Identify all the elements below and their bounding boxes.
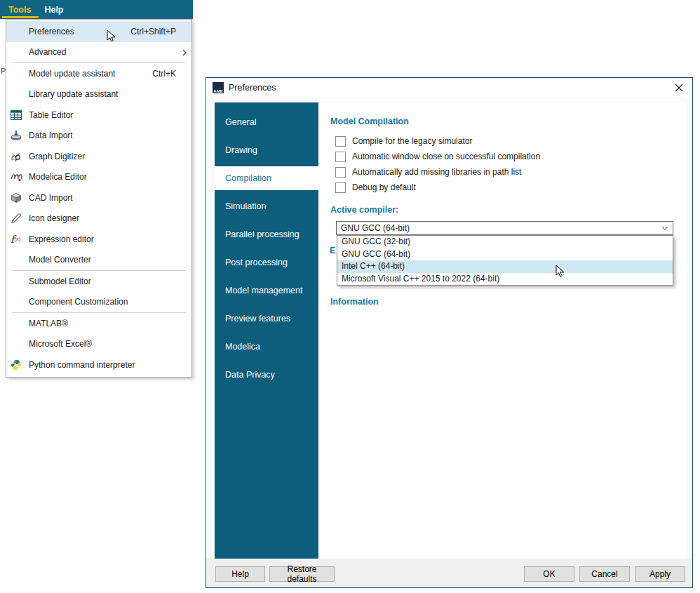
menu-item-python-command-interpreter[interactable]: Python command interpreter: [6, 354, 191, 375]
model-compilation-heading: Model Compilation: [330, 116, 409, 126]
sidebar-item-compilation[interactable]: Compilation: [215, 166, 318, 190]
menu-item-microsoft-excel[interactable]: Microsoft Excel®: [6, 334, 191, 355]
python-icon: [11, 359, 29, 371]
data-import-icon: [11, 130, 29, 141]
menu-item-cad-import[interactable]: CAD Import: [6, 187, 191, 208]
checkbox-label: Automatically add missing libraries in p…: [352, 167, 521, 177]
menu-item-advanced[interactable]: Advanced: [6, 42, 191, 63]
sidebar-item-parallel-processing[interactable]: Parallel processing: [215, 220, 318, 248]
combobox-value: GNU GCC (64-bit): [341, 223, 410, 233]
menu-item-icon-designer[interactable]: Icon designer: [6, 208, 191, 229]
sidebar-item-data-privacy[interactable]: Data Privacy: [215, 361, 318, 389]
dialog-title: Preferences: [229, 83, 276, 93]
compiler-option-gnu-gcc-32[interactable]: GNU GCC (32-bit): [337, 236, 673, 248]
menu-item-model-update-assistant[interactable]: Model update assistant Ctrl+K: [6, 63, 191, 84]
debug-default-checkbox[interactable]: [335, 182, 346, 193]
menu-item-matlab[interactable]: MATLAB®: [6, 313, 191, 334]
menu-item-modelica-editor[interactable]: Modelica Editor: [6, 167, 191, 188]
sidebar-item-drawing[interactable]: Drawing: [215, 136, 318, 164]
pencil-icon: [11, 213, 29, 224]
sidebar-item-preview-features[interactable]: Preview features: [215, 305, 318, 333]
tools-dropdown-menu: Preferences Ctrl+Shift+P Advanced Model …: [6, 19, 192, 378]
sidebar-item-modelica[interactable]: Modelica: [215, 333, 318, 361]
amesim-app-icon: AME: [213, 82, 224, 93]
help-button[interactable]: Help: [215, 566, 265, 582]
active-compiler-combobox[interactable]: GNU GCC (64-bit): [336, 221, 673, 235]
compiler-dropdown-list: GNU GCC (32-bit) GNU GCC (64-bit) Intel …: [337, 235, 673, 286]
menu-item-library-update-assistant[interactable]: Library update assistant: [6, 84, 191, 105]
checkbox-label: Debug by default: [352, 182, 416, 192]
close-icon[interactable]: [668, 79, 689, 95]
checkbox-row-debug-default: Debug by default: [335, 180, 416, 194]
tools-active-underline: [2, 16, 39, 18]
restore-defaults-button[interactable]: Restore defaults: [269, 566, 335, 582]
menu-item-preferences[interactable]: Preferences Ctrl+Shift+P: [6, 21, 191, 42]
preferences-sidebar: General Drawing Compilation Simulation P…: [215, 102, 318, 559]
mouse-cursor-arrow: [107, 29, 116, 43]
compiler-option-intel-cpp-64[interactable]: Intel C++ (64-bit): [337, 260, 673, 273]
compiler-option-msvc-2015-2022[interactable]: Microsoft Visual C++ 2015 to 2022 (64-bi…: [337, 273, 673, 286]
menu-item-data-import[interactable]: Data Import: [6, 126, 191, 147]
compilation-panel: Model Compilation Compile for the legacy…: [318, 102, 686, 559]
menu-bar: Tools Help: [0, 0, 193, 19]
graph-digitizer-icon: [11, 151, 29, 162]
modelica-icon: [11, 173, 29, 182]
checkbox-label: Compile for the legacy simulator: [352, 136, 472, 146]
ok-button[interactable]: OK: [524, 566, 574, 582]
submenu-arrow-icon: [182, 49, 187, 56]
screen: P Tools Help Preferences Ctrl+Shift+P Ad…: [0, 0, 700, 593]
menu-item-table-editor[interactable]: Table Editor: [6, 105, 191, 126]
fx-icon: f(x): [11, 234, 29, 245]
sidebar-item-simulation[interactable]: Simulation: [215, 192, 318, 220]
checkbox-label: Automatic window close on successful com…: [352, 152, 540, 161]
add-missing-libraries-checkbox[interactable]: [335, 167, 346, 178]
sidebar-item-general[interactable]: General: [215, 108, 318, 136]
table-icon: [11, 110, 29, 120]
dialog-titlebar[interactable]: AME Preferences: [206, 78, 692, 98]
menu-item-expression-editor[interactable]: f(x) Expression editor: [6, 229, 191, 250]
sidebar-item-post-processing[interactable]: Post processing: [215, 248, 318, 276]
menu-item-graph-digitizer[interactable]: Graph Digitizer: [6, 146, 191, 167]
checkbox-row-legacy-simulator: Compile for the legacy simulator: [335, 134, 472, 148]
chevron-down-icon: [661, 226, 668, 230]
cancel-button[interactable]: Cancel: [579, 566, 630, 582]
information-heading: Information: [330, 297, 379, 307]
mouse-cursor-arrow: [556, 265, 565, 278]
auto-close-checkbox[interactable]: [335, 152, 346, 162]
occluded-heading-fragment: E: [330, 246, 335, 255]
preferences-dialog: AME Preferences General Drawing Compilat…: [206, 77, 693, 588]
menu-item-component-customization[interactable]: Component Customization: [6, 292, 191, 313]
checkbox-row-add-missing-libraries: Automatically add missing libraries in p…: [335, 165, 521, 179]
active-compiler-heading: Active compiler:: [330, 205, 398, 215]
menu-help[interactable]: Help: [44, 5, 63, 15]
sidebar-item-model-management[interactable]: Model management: [215, 276, 318, 305]
menu-item-model-converter[interactable]: Model Converter: [6, 250, 191, 271]
menu-tools[interactable]: Tools: [8, 5, 31, 15]
legacy-simulator-checkbox[interactable]: [335, 136, 346, 147]
menu-item-submodel-editor[interactable]: Submodel Editor: [6, 271, 191, 292]
apply-button[interactable]: Apply: [635, 566, 685, 582]
cad-import-icon: [11, 192, 29, 204]
compiler-option-gnu-gcc-64[interactable]: GNU GCC (64-bit): [337, 248, 673, 261]
checkbox-row-auto-close: Automatic window close on successful com…: [335, 149, 540, 164]
